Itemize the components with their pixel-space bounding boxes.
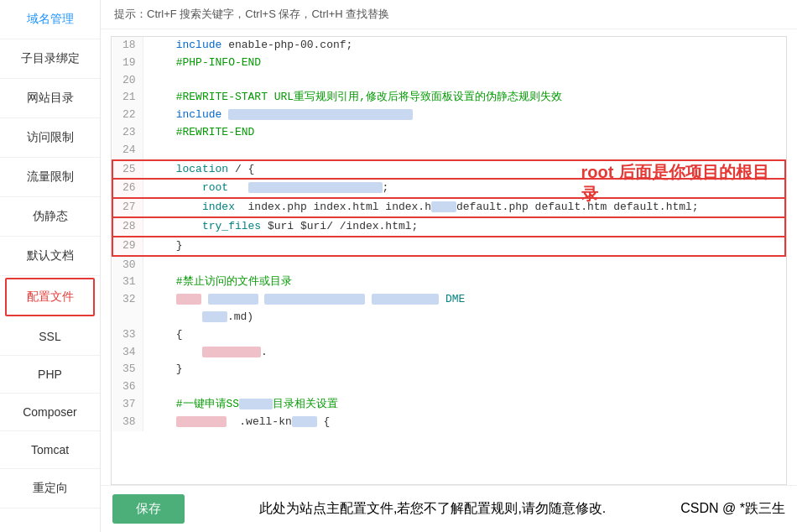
- hint-text: 提示：Ctrl+F 搜索关键字，Ctrl+S 保存，Ctrl+H 查找替换: [114, 8, 389, 20]
- sidebar-item-subdir[interactable]: 子目录绑定: [0, 39, 100, 79]
- sidebar-item-default-doc[interactable]: 默认文档: [0, 237, 100, 276]
- hint-bar: 提示：Ctrl+F 搜索关键字，Ctrl+S 保存，Ctrl+H 查找替换: [101, 0, 797, 29]
- table-row: 36: [112, 378, 785, 396]
- table-row: 18 include enable-php-00.conf;: [112, 37, 785, 55]
- table-row: 38 .well-kn {: [112, 414, 785, 431]
- save-button[interactable]: 保存: [112, 494, 185, 524]
- sidebar-item-config[interactable]: 配置文件: [5, 278, 95, 316]
- sidebar-item-rewrite[interactable]: 伪静态: [0, 197, 100, 237]
- sidebar-item-traffic[interactable]: 流量限制: [0, 158, 100, 197]
- footer-brand: CSDN @ *跌三生: [680, 500, 785, 518]
- table-row: 30: [112, 256, 785, 274]
- table-row: 33 {: [112, 326, 785, 344]
- table-row: 22 include: [112, 107, 785, 124]
- sidebar-item-access[interactable]: 访问限制: [0, 118, 100, 158]
- table-row: 23 #REWRITE-END: [112, 124, 785, 142]
- table-row: 32 DME .md): [112, 291, 785, 326]
- table-row: 35 }: [112, 361, 785, 378]
- footer-brand-text: CSDN @ *跌三生: [680, 501, 785, 515]
- table-row: 25 location / {: [112, 160, 785, 180]
- sidebar-item-php[interactable]: PHP: [0, 356, 100, 394]
- main-content: 提示：Ctrl+F 搜索关键字，Ctrl+S 保存，Ctrl+H 查找替换 ro…: [101, 0, 797, 532]
- table-row: 28 try_files $uri $uri/ /index.html;: [112, 217, 785, 237]
- table-row: 24: [112, 142, 785, 160]
- bottom-left: 保存: [112, 494, 185, 524]
- table-row: 19 #PHP-INFO-END: [112, 55, 785, 72]
- footer-note: 此处为站点主配置文件,若您不了解配置规则,请勿随意修改.: [259, 500, 606, 518]
- table-row: 34 .: [112, 344, 785, 362]
- footer-note-text: 此处为站点主配置文件,若您不了解配置规则,请勿随意修改.: [259, 501, 606, 515]
- code-table: 18 include enable-php-00.conf; 19 #PHP-I…: [112, 37, 786, 431]
- table-row: 26 root ;: [112, 179, 785, 198]
- table-row: 21 #REWRITE-START URL重写规则引用,修改后将导致面板设置的伪…: [112, 89, 785, 107]
- code-editor[interactable]: root 后面是你项目的根目录 18 include enable-php-00…: [111, 36, 787, 485]
- sidebar-item-domain[interactable]: 域名管理: [0, 0, 100, 39]
- sidebar: 域名管理 子目录绑定 网站目录 访问限制 流量限制 伪静态 默认文档 配置文件 …: [0, 0, 101, 532]
- table-row: 20: [112, 72, 785, 90]
- sidebar-item-ssl[interactable]: SSL: [0, 318, 100, 356]
- table-row: 27 index index.php index.html index.h de…: [112, 198, 785, 217]
- sidebar-item-tomcat[interactable]: Tomcat: [0, 431, 100, 469]
- table-row: 29 }: [112, 237, 785, 256]
- table-row: 37 #一键申请SS 目录相关设置: [112, 396, 785, 414]
- bottom-bar: 保存 此处为站点主配置文件,若您不了解配置规则,请勿随意修改. CSDN @ *…: [101, 485, 797, 532]
- sidebar-item-composer[interactable]: Composer: [0, 394, 100, 431]
- table-row: 31 #禁止访问的文件或目录: [112, 274, 785, 291]
- sidebar-item-webdir[interactable]: 网站目录: [0, 79, 100, 118]
- sidebar-item-redirect[interactable]: 重定向: [0, 469, 100, 509]
